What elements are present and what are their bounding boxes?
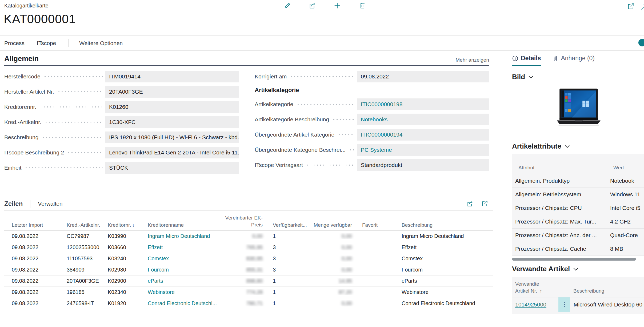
open-in-new-window-button[interactable] bbox=[627, 2, 636, 11]
zeilen-manage-menu[interactable]: Verwalten bbox=[38, 201, 62, 207]
column-header-verwandte-artikel-nr[interactable]: Verwandte Artikel Nr. ↑ bbox=[512, 281, 558, 294]
cell-ek-preis-redacted: 774,28 bbox=[246, 289, 263, 295]
kreditorenname-link[interactable]: Webinstore bbox=[148, 289, 175, 295]
field-value-einheit[interactable]: STÜCK bbox=[105, 162, 239, 174]
product-image-container[interactable] bbox=[512, 82, 644, 134]
page-title: KAT0000001 bbox=[4, 12, 76, 26]
horizontal-scrollbar[interactable] bbox=[512, 258, 644, 261]
scrollbar-thumb[interactable] bbox=[512, 258, 636, 261]
show-more-link[interactable]: Mehr anzeigen bbox=[455, 57, 489, 63]
menu-item-more-options[interactable]: Weitere Optionen bbox=[79, 40, 123, 46]
column-header-verfuegbarkeit[interactable]: Verfügbarkeit... bbox=[265, 222, 309, 228]
cell-verfuegbarkeit: 1 bbox=[265, 278, 309, 284]
cell-verfuegbarkeit: 3 bbox=[265, 267, 309, 273]
row-options-button[interactable]: ⋮ bbox=[558, 297, 570, 312]
menu-item-itscope[interactable]: ITscope bbox=[37, 40, 56, 46]
share-button[interactable] bbox=[308, 1, 317, 10]
kreditorenname-link[interactable]: Ingram Micro Deutschland bbox=[148, 233, 210, 239]
table-row[interactable]: 09.08.2022 196185 K02340 Webinstore 774,… bbox=[4, 287, 493, 298]
menu-item-process[interactable]: Process bbox=[4, 40, 25, 46]
column-header-kreditorenname[interactable]: Kreditorenname bbox=[140, 222, 220, 228]
field-value-uebergeordnete-artikel-kategorie[interactable]: ITIC0000000194 bbox=[357, 129, 489, 141]
edit-button[interactable] bbox=[283, 1, 292, 10]
field-value-kreditorennr[interactable]: K01260 bbox=[105, 101, 239, 113]
verwandte-artikel-table: Verwandte Artikel Nr. ↑ Beschreibung 101… bbox=[512, 277, 644, 314]
artikelkategorie-link[interactable]: ITIC0000000198 bbox=[361, 101, 402, 107]
dotted-leader bbox=[43, 76, 103, 77]
field-value-artikelkategorie[interactable]: ITIC0000000198 bbox=[357, 98, 489, 110]
field-value-itscope-vertragsart[interactable]: Standardprodukt bbox=[357, 159, 489, 171]
uebergeordnete-artikel-kategorie-link[interactable]: ITIC0000000194 bbox=[361, 131, 402, 138]
cell-ek-preis-redacted: 855,31 bbox=[246, 267, 263, 273]
attribute-row[interactable]: Allgemein: Produkttyp Notebook bbox=[512, 174, 644, 188]
column-header-kred-artikelnr[interactable]: Kred.-Artikelnr. bbox=[59, 222, 100, 228]
uebergeordnete-kategorie-beschreibung-link[interactable]: PC Systeme bbox=[361, 147, 392, 153]
cell-kred-artikelnr: 196185 bbox=[59, 289, 100, 295]
artikelattribute-section-header[interactable]: Artikelattribute bbox=[512, 142, 644, 150]
cell-kreditornr: K02980 bbox=[100, 267, 140, 273]
table-row[interactable]: 09.08.2022 384909 K02980 Fourcom 855,31 … bbox=[4, 264, 493, 276]
field-value-artikelkategorie-beschreibung[interactable]: Notebooks bbox=[357, 114, 489, 125]
attribute-row[interactable]: Allgemein: Betriebssystem Windows 11 bbox=[512, 188, 644, 201]
goto-button[interactable] bbox=[641, 2, 644, 11]
field-label: Einheit bbox=[4, 165, 21, 171]
field-value-herstellercode[interactable]: ITM0019414 bbox=[105, 71, 239, 82]
cell-menge-redacted: 0,00 bbox=[342, 267, 352, 273]
popout-icon[interactable] bbox=[481, 200, 489, 208]
field-itscope-beschreibung-2: ITscope Beschreibung 2 Lenovo ThinkPad E… bbox=[4, 147, 239, 158]
cell-kreditornr: K02900 bbox=[100, 278, 140, 284]
column-header-wert[interactable]: Wert bbox=[610, 165, 644, 171]
kreditorenname-link[interactable]: Conrad Electronic Deutschl... bbox=[148, 300, 217, 306]
delete-button[interactable] bbox=[358, 1, 367, 10]
verwandte-artikel-section-header[interactable]: Verwandte Artikel bbox=[512, 265, 644, 273]
field-value-kred-artikelnr[interactable]: 1C30-XFC bbox=[105, 116, 239, 128]
column-header-attribut[interactable]: Attribut bbox=[515, 165, 610, 171]
table-row[interactable]: 09.08.2022 20TA00F3GE K02900 eParts 898,… bbox=[4, 276, 493, 287]
column-header-kreditornr[interactable]: Kreditornr.↓ bbox=[100, 222, 140, 228]
attribute-row[interactable]: Prozessor / Chipsatz: Anz. der ... Quad-… bbox=[512, 229, 644, 242]
field-label: ITscope Vertragsart bbox=[255, 162, 303, 168]
column-header-letzter-import[interactable]: Letzter Import bbox=[4, 214, 59, 228]
field-value-beschreibung[interactable]: IPS 1920 x 1080 (Full HD) - Wi-Fi 6 - Sc… bbox=[105, 131, 239, 143]
verwandte-artikel-nr-link[interactable]: 1014925000 bbox=[515, 301, 546, 308]
cell-menge-redacted: 0,00 bbox=[342, 300, 352, 306]
window-controls bbox=[627, 2, 644, 11]
cell-wert: Quad-Core bbox=[607, 232, 644, 238]
field-value-hersteller-artikel-nr[interactable]: 20TA00F3GE bbox=[105, 86, 239, 98]
field-value-itscope-beschreibung-2[interactable]: Lenovo ThinkPad E14 Gen 2 20TA - Intel C… bbox=[105, 147, 239, 158]
table-row[interactable]: 09.08.2022 CC79987 K03990 Ingram Micro D… bbox=[4, 231, 493, 242]
field-value-korrigiert-am[interactable]: 09.08.2022 bbox=[357, 71, 489, 82]
cell-kred-artikelnr: 12002553000 bbox=[59, 244, 100, 250]
column-header-beschreibung[interactable]: Beschreibung bbox=[394, 222, 493, 228]
column-header-favorit[interactable]: Favorit bbox=[355, 222, 394, 228]
notification-dot[interactable] bbox=[638, 39, 644, 46]
field-value-uebergeordnete-kategorie-beschreibung[interactable]: PC Systeme bbox=[357, 144, 489, 156]
kreditorenname-link[interactable]: eParts bbox=[148, 278, 163, 284]
tab-details[interactable]: Details bbox=[512, 55, 541, 66]
related-article-row[interactable]: 1014925000 ⋮ Microsoft Wired Desktop 60 bbox=[512, 297, 644, 312]
kreditorenname-link[interactable]: Comstex bbox=[148, 256, 169, 261]
kreditorenname-link[interactable]: Effzett bbox=[148, 244, 163, 250]
table-row[interactable]: 09.08.2022 111057593 K03240 Comstex 830,… bbox=[4, 253, 493, 264]
artikelkategorie-beschreibung-link[interactable]: Notebooks bbox=[361, 116, 387, 123]
cell-attribut: Prozessor / Chipsatz: Anz. der ... bbox=[512, 232, 607, 238]
field-label: Übergeordnete Artikel Kategorie bbox=[255, 131, 334, 138]
table-row[interactable]: 09.08.2022 2476598-IT K01920 Conrad Elec… bbox=[4, 298, 493, 309]
new-button[interactable] bbox=[333, 1, 342, 10]
attribute-row[interactable]: Prozessor / Chipsatz: CPU Intel Core i5 bbox=[512, 201, 644, 215]
column-header-menge-verfuegbar[interactable]: Menge verfügbar bbox=[309, 222, 355, 228]
table-row[interactable]: 09.08.2022 12002553000 K03660 Effzett 76… bbox=[4, 242, 493, 253]
cell-wert: 4.2 GHz bbox=[607, 218, 644, 225]
tab-anhaenge[interactable]: Anhänge (0) bbox=[552, 55, 595, 66]
dotted-leader bbox=[45, 122, 103, 123]
attribute-row[interactable]: Prozessor / Chipsatz: Max. Tur... 4.2 GH… bbox=[512, 215, 644, 229]
column-header-vereinbarter-ek-preis[interactable]: Vereinbarter EK-Preis bbox=[220, 214, 265, 228]
kreditorenname-link[interactable]: Fourcom bbox=[148, 267, 169, 273]
cell-attribut: Allgemein: Produkttyp bbox=[512, 178, 607, 184]
share-icon[interactable] bbox=[466, 200, 474, 208]
attribute-row[interactable]: Prozessor / Chipsatz: Cache 8 MB bbox=[512, 242, 644, 256]
bild-section-header[interactable]: Bild bbox=[512, 73, 644, 81]
cell-letzter-import: 09.08.2022 bbox=[4, 231, 59, 242]
cell-beschreibung: Effzett bbox=[394, 244, 493, 250]
column-header-beschreibung[interactable]: Beschreibung bbox=[570, 288, 644, 294]
